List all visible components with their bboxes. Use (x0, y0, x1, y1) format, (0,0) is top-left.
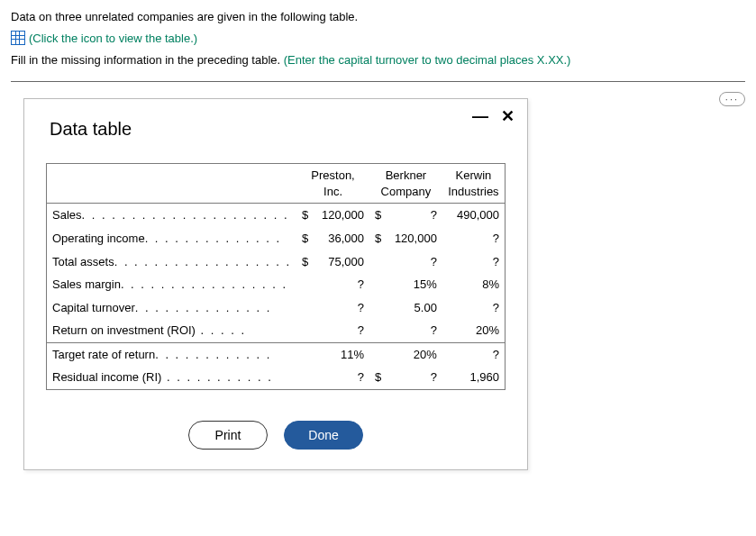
value-cell: ? (314, 319, 369, 342)
value-cell: ? (442, 227, 505, 250)
row-label: Sales margin. . . . . . . . . . . . . . … (47, 273, 296, 296)
table-row: Target rate of return. . . . . . . . . .… (47, 342, 505, 366)
value-cell: ? (387, 366, 442, 389)
col-header-blank (47, 164, 296, 204)
value-cell: ? (387, 204, 442, 227)
row-label: Return on investment (ROI) . . . . . (47, 319, 296, 342)
data-table: Preston, Inc. Berkner Company Kerwin Ind… (47, 164, 505, 388)
currency-cell (369, 296, 387, 320)
data-table-container: Preston, Inc. Berkner Company Kerwin Ind… (46, 163, 506, 389)
row-label: Total assets. . . . . . . . . . . . . . … (47, 250, 296, 274)
currency-cell (296, 296, 314, 320)
currency-cell: $ (369, 204, 387, 227)
row-label: Sales. . . . . . . . . . . . . . . . . .… (47, 204, 296, 227)
table-row: Sales margin. . . . . . . . . . . . . . … (47, 273, 505, 296)
currency-cell: $ (369, 227, 387, 250)
col-header-kerwin: Kerwin Industries (442, 164, 505, 204)
col-header-berkner: Berkner Company (369, 164, 442, 204)
data-table-dialog: — ✕ Data table Preston, Inc. Berkner Com… (23, 98, 528, 469)
value-cell: ? (442, 250, 505, 274)
value-cell: 5.00 (387, 296, 442, 320)
table-row: Operating income. . . . . . . . . . . . … (47, 227, 505, 250)
table-header-row: Preston, Inc. Berkner Company Kerwin Ind… (47, 164, 505, 204)
instruction-line-2b: (Enter the capital turnover to two decim… (284, 53, 571, 67)
value-cell: 8% (442, 273, 505, 296)
value-cell: 120,000 (387, 227, 442, 250)
minimize-button[interactable]: — (472, 108, 488, 124)
page: Data on three unrelated companies are gi… (11, 9, 745, 470)
value-cell: ? (442, 296, 505, 320)
dialog-title: Data table (50, 119, 506, 140)
value-cell: ? (314, 366, 369, 389)
value-cell: 490,000 (442, 204, 505, 227)
dialog-footer: Print Done (46, 421, 506, 450)
table-row: Sales. . . . . . . . . . . . . . . . . .… (47, 204, 505, 227)
currency-cell: $ (296, 227, 314, 250)
value-cell: 36,000 (314, 227, 369, 250)
view-table-link[interactable]: (Click the icon to view the table.) (11, 31, 745, 45)
currency-cell: $ (296, 250, 314, 274)
currency-cell (369, 250, 387, 274)
currency-cell (296, 342, 314, 366)
print-button[interactable]: Print (188, 421, 268, 450)
row-label: Operating income. . . . . . . . . . . . … (47, 227, 296, 250)
currency-cell: $ (296, 204, 314, 227)
value-cell: 20% (387, 342, 442, 366)
separator (11, 81, 745, 82)
value-cell: 1,960 (442, 366, 505, 389)
table-icon (11, 31, 25, 45)
overflow-chip[interactable]: ··· (719, 92, 745, 106)
value-cell: 75,000 (314, 250, 369, 274)
view-table-link-text: (Click the icon to view the table.) (29, 32, 197, 45)
value-cell: 15% (387, 273, 442, 296)
close-button[interactable]: ✕ (501, 108, 515, 124)
currency-cell (369, 319, 387, 342)
currency-cell (296, 273, 314, 296)
value-cell: ? (314, 273, 369, 296)
table-row: Return on investment (ROI) . . . . .??20… (47, 319, 505, 342)
value-cell: 20% (442, 319, 505, 342)
done-button[interactable]: Done (284, 421, 363, 450)
currency-cell (369, 273, 387, 296)
currency-cell (296, 319, 314, 342)
value-cell: 120,000 (314, 204, 369, 227)
value-cell: ? (442, 342, 505, 366)
instruction-line-2a: Fill in the missing information in the p… (11, 53, 284, 67)
value-cell: 11% (314, 342, 369, 366)
currency-cell (369, 342, 387, 366)
instruction-line-1: Data on three unrelated companies are gi… (11, 9, 745, 25)
currency-cell: $ (369, 366, 387, 389)
row-label: Residual income (RI) . . . . . . . . . .… (47, 366, 296, 389)
table-body: Sales. . . . . . . . . . . . . . . . . .… (47, 204, 505, 389)
instruction-line-2: Fill in the missing information in the p… (11, 52, 745, 68)
col-header-preston: Preston, Inc. (296, 164, 369, 204)
table-row: Residual income (RI) . . . . . . . . . .… (47, 366, 505, 389)
row-label: Target rate of return. . . . . . . . . .… (47, 342, 296, 366)
row-label: Capital turnover. . . . . . . . . . . . … (47, 296, 296, 320)
table-row: Capital turnover. . . . . . . . . . . . … (47, 296, 505, 320)
value-cell: ? (387, 319, 442, 342)
value-cell: ? (314, 296, 369, 320)
value-cell: ? (387, 250, 442, 274)
table-row: Total assets. . . . . . . . . . . . . . … (47, 250, 505, 274)
currency-cell (296, 366, 314, 389)
